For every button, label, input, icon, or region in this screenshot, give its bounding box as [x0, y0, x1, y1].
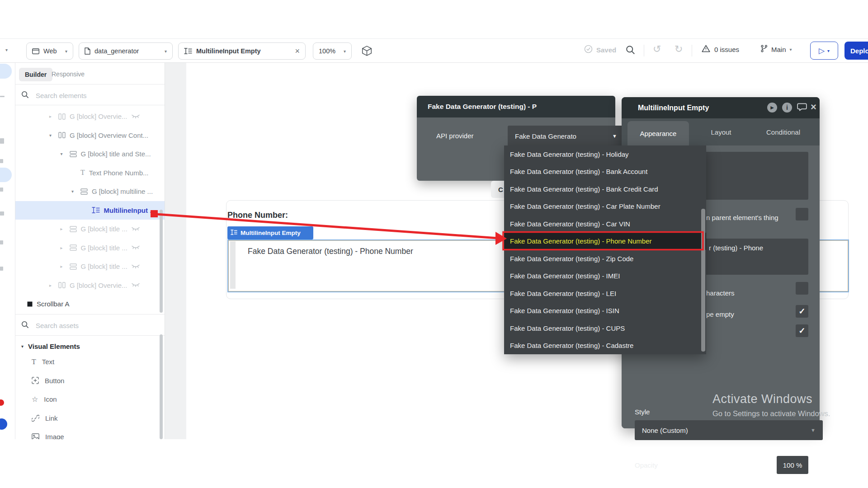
- caret-right-icon[interactable]: ▸: [49, 283, 58, 288]
- hidden-option-checkbox[interactable]: [796, 324, 808, 337]
- caret-down-icon[interactable]: ▾: [71, 189, 80, 194]
- environment-dropdown[interactable]: Web ▾: [26, 42, 73, 60]
- tree-row[interactable]: ▸G [block] Overvie...: [15, 276, 165, 295]
- tree-row-label: G [block] title ...: [81, 225, 127, 233]
- tree-row[interactable]: TText Phone Numb...: [15, 164, 165, 183]
- api-provider-select[interactable]: Fake Data Generato ▼: [508, 126, 623, 146]
- dropdown-item[interactable]: Fake Data Generator (testing) - Cadastre: [504, 337, 706, 355]
- tree-row[interactable]: ▾G [block] Overview Cont...: [15, 126, 165, 145]
- dropdown-item[interactable]: Fake Data Generator (testing) - CUPS: [504, 319, 706, 337]
- divider: [644, 45, 644, 56]
- element-tab[interactable]: MultilineInput Empty ×: [178, 42, 306, 60]
- comment-icon[interactable]: [797, 103, 807, 113]
- caret-right-icon[interactable]: ▸: [61, 226, 70, 231]
- tree-row[interactable]: ▾G [block] multiline ...: [15, 182, 165, 201]
- tab-layout[interactable]: Layout: [698, 118, 744, 145]
- caret-down-icon[interactable]: ▾: [49, 133, 58, 138]
- empty-label: pe empty: [706, 310, 734, 318]
- tree-row-label: G [block] title ...: [81, 263, 127, 270]
- issues-indicator[interactable]: 0 issues: [702, 45, 739, 54]
- search-assets[interactable]: [15, 315, 165, 335]
- dropdown-item[interactable]: Fake Data Generator (testing) - Bank Acc…: [504, 163, 706, 181]
- bubble-editor: ▾ Web ▾ data_generator ▾ MultilineInput …: [0, 0, 868, 488]
- divider: [15, 105, 165, 105]
- close-icon[interactable]: ×: [295, 47, 300, 56]
- dropdown-item[interactable]: Fake Data Generator (testing) - Holiday: [504, 145, 706, 163]
- tree-row-label: G [block] title ...: [81, 244, 127, 252]
- rail-icon-fragment: [0, 211, 4, 216]
- popup-title-bar[interactable]: Fake Data Generator (testing) - P: [417, 96, 615, 117]
- tab-responsive[interactable]: Responsive: [52, 70, 85, 78]
- rail-icon-fragment: [0, 267, 3, 271]
- inspector-title-bar[interactable]: MultilineInput Empty ▶ i ×: [622, 97, 820, 118]
- play-circle-icon[interactable]: ▶: [767, 103, 777, 113]
- tree-row[interactable]: ▸G [block] title ...: [15, 220, 165, 239]
- dropdown-scrollbar[interactable]: [701, 209, 705, 352]
- undo-icon[interactable]: ↺: [653, 43, 661, 55]
- rail-active-item[interactable]: [0, 168, 12, 182]
- dropdown-item[interactable]: Fake Data Generator (testing) - Car Plat…: [504, 198, 706, 216]
- page-dropdown[interactable]: data_generator ▾: [79, 42, 173, 60]
- palette-item-link[interactable]: Link: [15, 409, 64, 428]
- palette-item-image[interactable]: Image: [15, 427, 64, 439]
- divider: [15, 314, 165, 314]
- dropdown-item[interactable]: Fake Data Generator (testing) - Car VIN: [504, 215, 706, 233]
- redo-icon[interactable]: ↻: [675, 43, 683, 55]
- branch-label: Main: [771, 46, 786, 53]
- dropdown-item[interactable]: Fake Data Generator (testing) - ISIN: [504, 302, 706, 320]
- dropdown-item[interactable]: Fake Data Generator (testing) - IMEI: [504, 267, 706, 285]
- tab-appearance[interactable]: Appearance: [627, 121, 689, 145]
- search-assets-input[interactable]: [35, 321, 145, 330]
- close-icon[interactable]: ×: [811, 101, 816, 113]
- palette-item-button[interactable]: Button: [15, 371, 64, 390]
- tab-conditional[interactable]: Conditional: [757, 118, 809, 145]
- parent-thing-checkbox[interactable]: [796, 208, 808, 221]
- saved-label: Saved: [596, 46, 616, 54]
- palette-item-icon[interactable]: ☆Icon: [15, 390, 64, 409]
- package-icon[interactable]: [362, 46, 372, 56]
- opacity-input[interactable]: 100 %: [777, 456, 808, 474]
- info-icon[interactable]: i: [782, 103, 792, 113]
- eye-closed-icon: [132, 264, 140, 269]
- group-rows-icon: [70, 263, 77, 270]
- caret-right-icon[interactable]: ▸: [61, 245, 70, 250]
- tree-row[interactable]: Scrollbar A: [15, 295, 165, 314]
- preview-button[interactable]: ▷ ▾: [810, 42, 838, 60]
- visual-elements-header[interactable]: ▾ Visual Elements: [21, 339, 80, 353]
- chevron-down-icon: ▾: [790, 47, 792, 52]
- help-bubble-icon[interactable]: [0, 418, 7, 430]
- limit-characters-checkbox[interactable]: [796, 282, 808, 295]
- deploy-button[interactable]: Deploy: [844, 42, 868, 60]
- tree-row[interactable]: ▸G [block] title ...: [15, 257, 165, 276]
- style-select[interactable]: None (Custom) ▼: [635, 420, 823, 440]
- dropdown-item[interactable]: Fake Data Generator (testing) - Phone Nu…: [504, 233, 706, 250]
- tab-builder[interactable]: Builder: [19, 68, 52, 81]
- tree-scrollbar[interactable]: [160, 210, 163, 313]
- tree-row-label: G [block] multiline ...: [92, 188, 153, 195]
- activate-windows-watermark-sub: Go to Settings to activate Windows.: [712, 409, 830, 418]
- dropdown-item[interactable]: Fake Data Generator (testing) - Bank Cre…: [504, 180, 706, 198]
- zoom-dropdown[interactable]: 100% ▾: [313, 42, 352, 60]
- tab-responsive-label: Responsive: [52, 70, 85, 78]
- chevron-down-icon[interactable]: ▾: [5, 47, 8, 52]
- caret-right-icon[interactable]: ▸: [61, 264, 70, 269]
- branch-selector[interactable]: Main ▾: [760, 45, 792, 54]
- tree-row[interactable]: ▾G [block] title and Ste...: [15, 145, 165, 164]
- search-elements[interactable]: [15, 86, 165, 105]
- caret-right-icon[interactable]: ▸: [49, 114, 58, 119]
- tree-row[interactable]: ▸G [block] title ...: [15, 239, 165, 258]
- search-icon[interactable]: [626, 45, 635, 56]
- divider: [692, 45, 692, 56]
- assets-scrollbar[interactable]: [160, 334, 163, 439]
- rail-active-item[interactable]: [0, 64, 12, 79]
- tree-row[interactable]: ▸G [block] Overvie...: [15, 107, 165, 126]
- palette-item-text[interactable]: TText: [15, 352, 64, 371]
- dropdown-item[interactable]: Fake Data Generator (testing) - Zip Code: [504, 250, 706, 267]
- search-icon: [21, 321, 29, 330]
- input-margin-strip: [230, 241, 236, 289]
- caret-down-icon[interactable]: ▾: [61, 151, 70, 156]
- tree-row[interactable]: MultilineInput .: [15, 201, 165, 220]
- not-empty-checkbox[interactable]: [796, 305, 808, 318]
- dropdown-item[interactable]: Fake Data Generator (testing) - LEI: [504, 285, 706, 302]
- search-elements-input[interactable]: [35, 91, 145, 100]
